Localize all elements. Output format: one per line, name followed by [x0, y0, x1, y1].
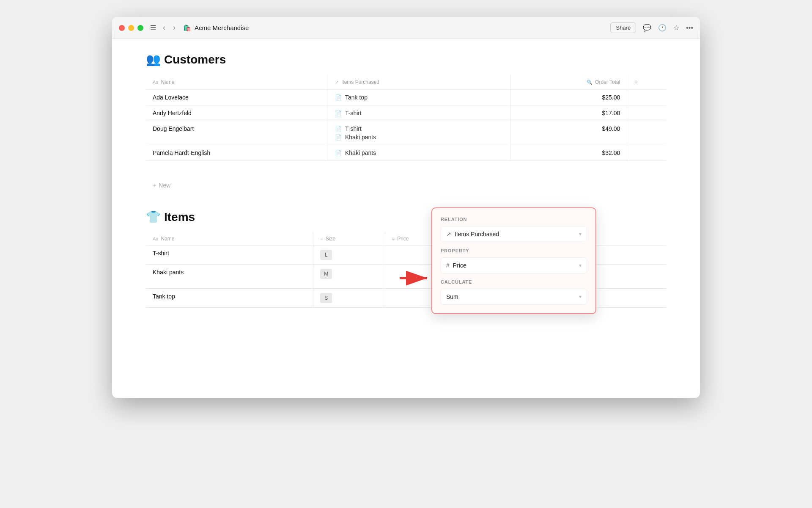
- customers-col-items: ↗ Items Purchased: [328, 75, 510, 90]
- row-action: [627, 121, 666, 145]
- customers-section-title: 👥 Customers: [146, 52, 666, 66]
- row-action: [627, 145, 666, 161]
- item-name: T-shirt: [345, 110, 362, 116]
- customers-col-plus[interactable]: +: [627, 75, 666, 90]
- doc-icon: 📄: [335, 134, 342, 141]
- chevron-down-icon: ▾: [579, 262, 582, 268]
- items-icon: 👕: [146, 210, 161, 224]
- table-row: Pamela Hardt-English 📄 Khaki pants $32.0…: [146, 145, 666, 161]
- customers-title-text: Customers: [164, 53, 226, 66]
- customers-table: Aa Name ↗ Items Purchased 🔍 Order: [146, 75, 666, 161]
- items-col-label: Items Purchased: [341, 79, 379, 85]
- popup-property-value: Price: [453, 262, 466, 269]
- popup-relation-left: ↗ Items Purchased: [446, 231, 499, 237]
- popup-calculate-value: Sum: [446, 293, 458, 300]
- minimize-button[interactable]: [128, 25, 134, 31]
- new-label: New: [159, 182, 170, 189]
- item-size-cell: L: [313, 246, 385, 265]
- name-col-label: Name: [161, 236, 174, 242]
- price-col-icon: #: [392, 236, 395, 241]
- app-name: Acme Merchandise: [195, 24, 249, 31]
- app-window: ☰ ‹ › 🛍️ Acme Merchandise Share 💬 🕐 ☆ ••…: [112, 17, 700, 398]
- menu-button[interactable]: ☰: [150, 24, 156, 32]
- table-row: Ada Lovelace 📄 Tank top $25.00: [146, 90, 666, 105]
- customers-col-name: Aa Name: [146, 75, 328, 90]
- size-badge: L: [320, 250, 332, 260]
- content-area: 👥 Customers Aa Name ↗ Items Purchased: [112, 39, 700, 398]
- customer-name: Ada Lovelace: [146, 90, 328, 105]
- customers-col-order: 🔍 Order Total: [510, 75, 627, 90]
- customer-name: Doug Engelbart: [146, 121, 328, 145]
- popup-panel: RELATION ↗ Items Purchased ▾ PROPERTY # …: [431, 207, 596, 314]
- order-total: $32.00: [510, 145, 627, 161]
- doc-icon: 📄: [335, 126, 342, 132]
- size-col-icon: ≡: [320, 236, 323, 241]
- row-action: [627, 90, 666, 105]
- items-col-size: ≡ Size: [313, 232, 385, 246]
- item-name: Khaki pants: [345, 134, 376, 141]
- property-icon: #: [446, 262, 450, 269]
- customer-name: Pamela Hardt-English: [146, 145, 328, 161]
- popup-calculate-label: CALCULATE: [441, 279, 587, 284]
- item-size-cell: S: [313, 289, 385, 308]
- customer-items: 📄 T-shirt: [328, 105, 510, 121]
- item-name-cell: Tank top: [146, 289, 313, 308]
- app-icon: 🛍️: [183, 24, 191, 32]
- chevron-down-icon: ▾: [579, 294, 582, 300]
- size-badge: S: [320, 293, 332, 303]
- maximize-button[interactable]: [137, 25, 143, 31]
- customer-items: 📄 Tank top: [328, 90, 510, 105]
- doc-icon: 📄: [335, 94, 342, 101]
- row-action: [627, 105, 666, 121]
- popup-relation-row[interactable]: ↗ Items Purchased ▾: [441, 226, 587, 242]
- chevron-down-icon: ▾: [579, 231, 582, 237]
- order-total: $49.00: [510, 121, 627, 145]
- name-col-icon: Aa: [153, 80, 158, 85]
- item-name: T-shirt: [345, 125, 362, 132]
- forward-button[interactable]: ›: [170, 22, 178, 33]
- name-col-icon: Aa: [153, 236, 158, 241]
- popup-property-left: # Price: [446, 262, 466, 269]
- popup-property-row[interactable]: # Price ▾: [441, 257, 587, 273]
- share-button[interactable]: Share: [610, 22, 636, 33]
- relation-icon: ↗: [446, 231, 451, 237]
- item-name-cell: T-shirt: [146, 246, 313, 265]
- order-total: $25.00: [510, 90, 627, 105]
- items-title-text: Items: [164, 210, 195, 224]
- order-col-label: Order Total: [595, 79, 620, 85]
- order-col-icon: 🔍: [587, 80, 593, 85]
- item-size-cell: M: [313, 265, 385, 289]
- popup-property-label: PROPERTY: [441, 248, 587, 253]
- traffic-lights: [119, 25, 143, 31]
- popup-relation-value: Items Purchased: [455, 231, 499, 237]
- items-col-name: Aa Name: [146, 232, 313, 246]
- popup-calculate-row[interactable]: Sum ▾: [441, 289, 587, 305]
- nav-controls: ‹ ›: [160, 22, 178, 33]
- history-icon[interactable]: 🕐: [658, 24, 667, 32]
- star-icon[interactable]: ☆: [673, 24, 679, 32]
- titlebar: ☰ ‹ › 🛍️ Acme Merchandise Share 💬 🕐 ☆ ••…: [112, 17, 700, 39]
- comment-icon[interactable]: 💬: [643, 24, 651, 32]
- close-button[interactable]: [119, 25, 125, 31]
- table-row: Andy Hertzfeld 📄 T-shirt $17.00: [146, 105, 666, 121]
- popup-arrow: [400, 270, 433, 287]
- customer-name: Andy Hertzfeld: [146, 105, 328, 121]
- window-title: 🛍️ Acme Merchandise: [183, 24, 249, 32]
- item-name-cell: Khaki pants: [146, 265, 313, 289]
- titlebar-right: Share 💬 🕐 ☆ •••: [610, 22, 693, 33]
- item-name: Tank top: [345, 94, 368, 101]
- doc-icon: 📄: [335, 110, 342, 116]
- order-total: $17.00: [510, 105, 627, 121]
- items-col-icon: ↗: [335, 80, 339, 85]
- more-icon[interactable]: •••: [686, 24, 693, 32]
- name-col-label: Name: [161, 79, 174, 85]
- popup-relation-label: RELATION: [441, 217, 587, 222]
- popup-calculate-left: Sum: [446, 293, 458, 300]
- customers-icon: 👥: [146, 52, 161, 66]
- plus-icon: +: [153, 182, 156, 189]
- table-row: Doug Engelbart 📄 T-shirt 📄 Khaki pants $…: [146, 121, 666, 145]
- customer-items: 📄 T-shirt 📄 Khaki pants: [328, 121, 510, 145]
- price-col-label: Price: [397, 236, 409, 242]
- new-row-button[interactable]: + New: [146, 178, 666, 193]
- back-button[interactable]: ‹: [160, 22, 168, 33]
